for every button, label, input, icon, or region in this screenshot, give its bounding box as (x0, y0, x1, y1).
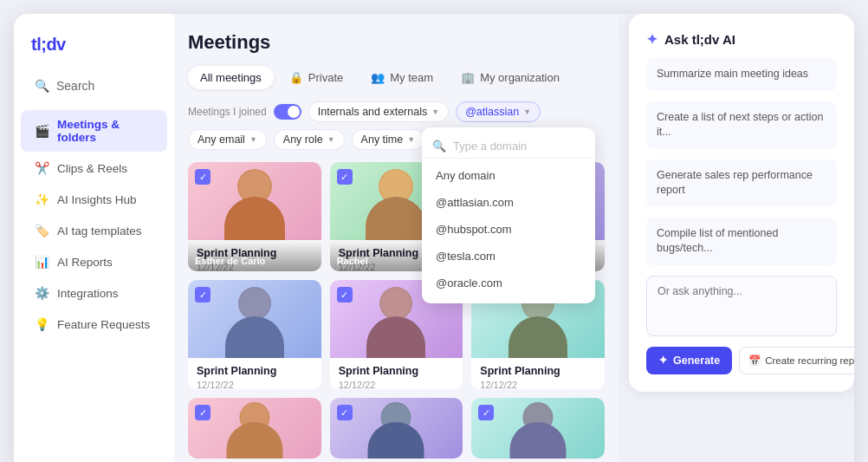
domain-filter-label: @atlassian (465, 106, 519, 118)
card-info-4: Sprint Planning 12/12/22 44min 47s (188, 358, 321, 389)
tab-private[interactable]: 🔒 Private (277, 66, 355, 89)
sidebar-item-clips-label: Clips & Reels (57, 162, 127, 175)
tab-private-label: Private (308, 71, 343, 84)
joined-toggle[interactable] (274, 104, 301, 120)
tab-all-meetings[interactable]: All meetings (188, 66, 274, 89)
domain-option-atlassian[interactable]: @attlasian.com (422, 189, 595, 216)
ai-insights-icon: ✨ (35, 192, 49, 206)
role-filter-chip[interactable]: Any role ▼ (274, 129, 345, 150)
card-date-6: 12/12/22 (480, 380, 596, 389)
feature-requests-icon: 💡 (35, 317, 49, 331)
filter-bar: Meetings I joined Internals and external… (188, 101, 605, 150)
org-icon: 🏢 (461, 71, 475, 84)
card-checkbox-8[interactable]: ✓ (337, 405, 353, 420)
role-filter-label: Any role (283, 133, 323, 146)
app-logo: tl;dv (14, 35, 174, 72)
chevron-down-icon: ▼ (327, 135, 335, 144)
page-title: Meetings (188, 31, 605, 54)
insights-header: ✦ Ask tl;dv AI (646, 31, 837, 48)
sidebar-item-feature-requests[interactable]: 💡 Feature Requests (21, 309, 167, 339)
card-date-5: 12/12/22 (339, 380, 455, 389)
card-checkbox-2[interactable]: ✓ (337, 169, 353, 185)
card-checkbox-9[interactable]: ✓ (478, 405, 494, 420)
meeting-card-7[interactable]: ✓ (188, 398, 321, 459)
time-filter-label: Any time (361, 133, 404, 146)
ai-prompt-4[interactable]: Compile list of mentioned bugs/tech... (646, 218, 837, 265)
app-container: tl;dv 🔍 Search 🎬 Meetings & folders ✂️ C… (14, 14, 854, 462)
sidebar-item-ai-reports-label: AI Reports (57, 256, 113, 269)
domain-search-input[interactable] (453, 140, 585, 153)
generate-label: Generate (673, 355, 720, 367)
ai-prompt-1[interactable]: Summarize main meeting ideas (646, 58, 837, 91)
lock-icon: 🔒 (289, 71, 303, 84)
integrations-icon: ⚙️ (35, 286, 49, 300)
tab-my-organization[interactable]: 🏢 My organization (449, 66, 572, 89)
card-info-6: Sprint Planning 12/12/22 44min 47s (471, 358, 605, 389)
domain-dropdown: 🔍 Any domain @attlasian.com @hubspot.com… (422, 127, 595, 303)
ai-tag-icon: 🏷️ (35, 224, 49, 238)
email-filter-chip[interactable]: Any email ▼ (188, 129, 267, 150)
calendar-icon: 📅 (748, 355, 761, 367)
main-content: Meetings All meetings 🔒 Private 👥 My tea… (174, 14, 619, 462)
ai-prompt-2[interactable]: Create a list of next steps or action it… (646, 101, 837, 149)
card-checkbox-7[interactable]: ✓ (195, 405, 211, 420)
generate-button[interactable]: ✦ Generate (646, 347, 732, 374)
card-checkbox-4[interactable]: ✓ (195, 287, 211, 303)
sidebar-item-clips[interactable]: ✂️ Clips & Reels (21, 153, 167, 183)
ai-custom-input[interactable] (646, 276, 837, 336)
sidebar-item-ai-tag-label: AI tag templates (57, 224, 142, 238)
card-checkbox-1[interactable]: ✓ (195, 169, 211, 185)
sidebar-item-meetings[interactable]: 🎬 Meetings & folders (21, 110, 167, 152)
tab-my-team[interactable]: 👥 My team (359, 66, 445, 89)
domain-option-hubspot[interactable]: @hubspot.com (422, 216, 595, 243)
ai-reports-icon: 📊 (35, 255, 49, 269)
sidebar-nav: 🎬 Meetings & folders ✂️ Clips & Reels ✨ … (14, 110, 174, 339)
meeting-card-8[interactable]: ✓ (330, 398, 463, 459)
sidebar: tl;dv 🔍 Search 🎬 Meetings & folders ✂️ C… (14, 14, 174, 462)
meeting-card-4[interactable]: ✓ Sprint Planning 12/12/22 44min 47s (188, 280, 321, 389)
card-date-4: 12/12/22 (197, 380, 313, 389)
ai-prompt-3[interactable]: Generate sales rep performance report (646, 159, 837, 207)
domain-search-box: 🔍 (422, 134, 595, 159)
tab-all-meetings-label: All meetings (200, 71, 262, 84)
domain-option-tesla[interactable]: @tesla.com (422, 243, 595, 270)
sidebar-item-integrations[interactable]: ⚙️ Integrations (21, 278, 167, 308)
insights-panel: ✦ Ask tl;dv AI Summarize main meeting id… (629, 14, 854, 392)
tab-my-team-label: My team (390, 71, 433, 84)
search-icon: 🔍 (35, 79, 49, 93)
meeting-card-1[interactable]: ✓ Esther de Carlo Sprint Planning 12/12/… (188, 162, 321, 271)
clips-icon: ✂️ (35, 161, 49, 175)
team-icon: 👥 (371, 71, 385, 84)
chevron-down-icon: ▼ (523, 107, 531, 116)
domain-filter-chip[interactable]: @atlassian ▼ (456, 101, 541, 122)
internals-filter-label: Internals and externals (318, 106, 427, 118)
meetings-icon: 🎬 (35, 124, 49, 138)
create-recurring-button[interactable]: 📅 Create recurring report (739, 347, 854, 374)
internals-filter-chip[interactable]: Internals and externals ▼ (308, 101, 449, 122)
sidebar-item-ai-insights[interactable]: ✨ AI Insights Hub (21, 185, 167, 214)
domain-option-oracle[interactable]: @oracle.com (422, 270, 595, 296)
chevron-down-icon: ▼ (249, 135, 257, 144)
joined-filter-label: Meetings I joined (188, 106, 267, 118)
card-title-5: Sprint Planning (339, 365, 455, 377)
ai-sparkle-icon: ✦ (646, 31, 657, 48)
sidebar-item-feature-requests-label: Feature Requests (57, 318, 150, 331)
chevron-down-icon: ▼ (431, 107, 439, 116)
sidebar-item-ai-reports[interactable]: 📊 AI Reports (21, 247, 167, 277)
tab-bar: All meetings 🔒 Private 👥 My team 🏢 My or… (188, 66, 605, 89)
card-person-1: Esther de Carlo (188, 238, 321, 271)
search-icon: 🔍 (432, 140, 446, 153)
domain-option-any[interactable]: Any domain (422, 162, 595, 189)
card-title-6: Sprint Planning (480, 365, 596, 377)
time-filter-chip[interactable]: Any time ▼ (352, 129, 425, 150)
insights-title: Ask tl;dv AI (664, 32, 735, 47)
tab-my-org-label: My organization (480, 71, 560, 84)
card-checkbox-5[interactable]: ✓ (337, 287, 353, 303)
sidebar-item-ai-tag[interactable]: 🏷️ AI tag templates (21, 216, 167, 245)
card-info-5: Sprint Planning 12/12/22 44min 47s (330, 358, 463, 389)
search-label: Search (56, 79, 94, 93)
search-button[interactable]: 🔍 Search (21, 72, 167, 100)
card-title-4: Sprint Planning (197, 365, 313, 377)
ai-actions: ✦ Generate 📅 Create recurring report (646, 347, 837, 374)
meeting-card-9[interactable]: ✓ (471, 398, 605, 459)
